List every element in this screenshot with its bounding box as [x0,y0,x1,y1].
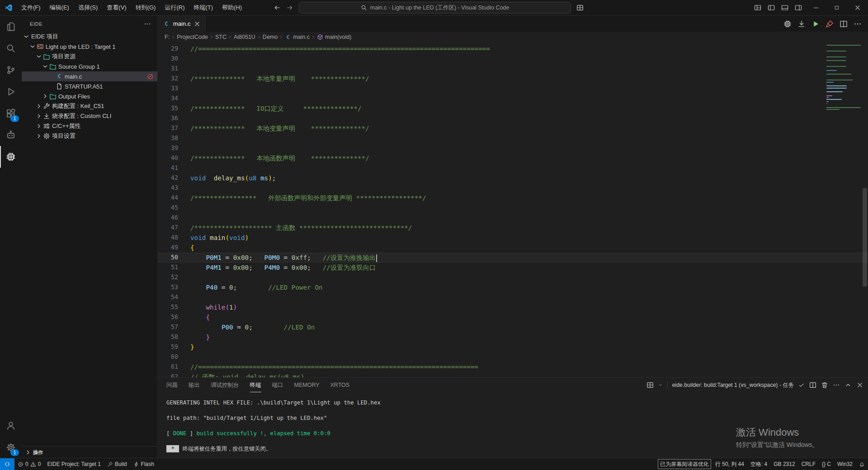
code-line-39[interactable]: 39 [157,143,868,153]
code-line-46[interactable]: 46 [157,213,868,223]
toggle-secondary-sidebar-icon[interactable] [795,4,802,11]
activity-search[interactable] [0,38,22,59]
terminal-views-icon[interactable] [646,381,654,389]
activity-extensions[interactable]: 1 [0,103,22,124]
split-terminal-icon[interactable] [809,381,816,389]
tree-item-c-c[interactable]: C/C++属性 [22,121,157,131]
menu-item-s[interactable]: 选择(S) [74,2,102,14]
line-number[interactable]: 34 [157,94,190,103]
panel-tab-memory[interactable]: MEMORY [294,378,320,392]
code-line-45[interactable]: 45 [157,203,868,213]
status-flash[interactable]: Flash [130,458,157,470]
tree-item-item[interactable]: 项目设置 [22,131,157,141]
line-number[interactable]: 33 [157,84,190,94]
code-line-54[interactable]: 54 [157,292,868,302]
menu-item-r[interactable]: 运行(R) [160,2,189,14]
breadcrumb-item-main-void[interactable]: main(void) [317,34,351,40]
breadcrumb-item-f[interactable]: F: [165,34,170,40]
tab-main-c[interactable]: C main.c [157,16,206,32]
code-line-50[interactable]: 50 P0M1 = 0x00; P0M0 = 0xff; //设置为推挽输出 [157,253,868,263]
line-number[interactable]: 38 [157,133,190,143]
maximize-button[interactable] [826,0,847,15]
maximize-panel-icon[interactable] [844,381,852,389]
line-number[interactable]: 35 [157,103,190,113]
tree-item-output-files[interactable]: Output Files [22,91,157,101]
status-eol[interactable]: CRLF [798,458,819,470]
run-icon[interactable] [811,20,820,28]
panel-tab-item[interactable]: 端口 [272,378,283,392]
line-number[interactable]: 30 [157,54,190,64]
tree-item-main.c[interactable]: Cmain.c [22,71,157,81]
status-eide-project[interactable]: EIDE Project: Target 1 [44,458,104,470]
panel-tab-item[interactable]: 问题 [166,378,178,392]
code-line-61[interactable]: 61//====================================… [157,362,868,372]
scrollbar-thumb[interactable] [863,188,867,287]
status-cursor-position[interactable]: 行 50, 列 44 [712,458,747,470]
flash-download-icon[interactable] [797,20,806,28]
status-platform[interactable]: Win32 [834,458,856,470]
tab-close-icon[interactable] [193,20,201,28]
activity-accounts[interactable] [0,415,22,437]
status-screen-reader-mode[interactable]: 已为屏幕阅读器优化 [657,458,712,470]
line-number[interactable]: 29 [157,44,190,54]
terminal-output[interactable]: GENERATING INTEL HEX FILE: .\build\Targe… [157,392,868,456]
tree-item-light-up-the-led-target-1[interactable]: Light up the LED : Target 1 [22,42,157,52]
code-line-32[interactable]: 32/************* 本地常量声明 **************/ [157,74,868,84]
activity-eide[interactable] [0,146,22,168]
activity-manage[interactable]: 1 [0,437,22,458]
line-number[interactable]: 41 [157,163,190,173]
panel-tab-xrtos[interactable]: XRTOS [330,378,350,392]
build-device-icon[interactable] [783,20,792,28]
panel-tab-item[interactable]: 输出 [189,378,200,392]
menu-item-h[interactable]: 帮助(H) [218,2,246,14]
code-editor[interactable]: 29//====================================… [157,42,868,378]
activity-explorer[interactable] [0,16,22,38]
more-actions-icon[interactable] [854,20,862,28]
code-line-38[interactable]: 38 [157,133,868,143]
line-number[interactable]: 51 [157,263,190,273]
line-number[interactable]: 57 [157,322,190,332]
menu-item-g[interactable]: 转到(G) [132,2,160,14]
problems-status[interactable]: 00 [14,458,44,470]
panel-tab-item[interactable]: 调试控制台 [211,378,239,392]
line-number[interactable]: 60 [157,352,190,362]
panel-more-actions-icon[interactable] [833,381,840,389]
code-line-36[interactable]: 36 [157,113,868,123]
code-line-56[interactable]: 56 { [157,312,868,322]
code-line-57[interactable]: 57 P00 = 0; //LED On [157,322,868,332]
close-panel-icon[interactable] [856,381,863,389]
line-number[interactable]: 46 [157,213,190,223]
tree-item-eide[interactable]: EIDE 项目 [22,32,157,42]
line-number[interactable]: 48 [157,233,190,243]
code-line-33[interactable]: 33 [157,84,868,94]
code-line-60[interactable]: 60 [157,352,868,362]
line-number[interactable]: 53 [157,282,190,292]
breadcrumb-item-stc[interactable]: STC [215,34,226,40]
line-number[interactable]: 47 [157,223,190,233]
line-number[interactable]: 37 [157,123,190,133]
status-build[interactable]: Build [104,458,130,470]
code-line-41[interactable]: 41 [157,163,868,173]
command-center-search[interactable]: main.c - Light up the LED (工作区) - Visual… [299,2,571,14]
line-number[interactable]: 58 [157,332,190,342]
remote-indicator[interactable] [0,458,14,470]
line-number[interactable]: 54 [157,292,190,302]
code-line-37[interactable]: 37/************* 本地变量声明 **************/ [157,123,868,133]
code-line-35[interactable]: 35/************* IO口定义 **************/ [157,103,868,113]
menu-item-e[interactable]: 编辑(E) [46,2,73,14]
minimize-button[interactable] [806,0,826,15]
line-number[interactable]: 39 [157,143,190,153]
line-number[interactable]: 56 [157,312,190,322]
line-number[interactable]: 45 [157,203,190,213]
toggle-sidebar-icon[interactable] [768,4,775,11]
breadcrumb-item-projectcode[interactable]: ProjectCode [177,34,208,40]
code-line-49[interactable]: 49{ [157,243,868,253]
close-window-button[interactable] [847,0,868,15]
editor-scrollbar[interactable] [862,42,868,378]
customize-layout-icon[interactable] [754,4,761,11]
line-number[interactable]: 52 [157,273,190,282]
window-layout-dropdown-icon[interactable] [576,4,584,11]
toggle-panel-icon[interactable] [781,4,788,11]
menu-item-t[interactable]: 终端(T) [189,2,217,14]
launch-profile-caret-icon[interactable] [658,383,663,387]
